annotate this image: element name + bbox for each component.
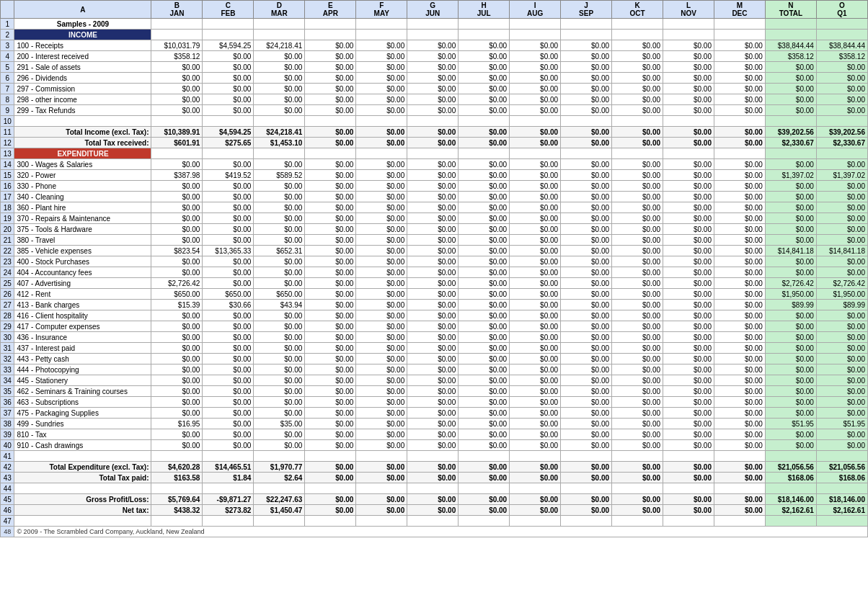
empty-row-10: 10	[1, 116, 868, 127]
col-header-rownum	[1, 1, 14, 19]
table-row: 27 413 - Bank charges $15.39 $30.66 $43.…	[1, 300, 868, 310]
net-tax-row: 46 Net tax: $438.32 $273.82 $1,450.47 $0…	[1, 505, 868, 516]
table-row: 21 380 - Travel $0.00 $0.00 $0.00 $0.00 …	[1, 235, 868, 246]
table-row: 14 300 - Wages & Salaries $0.00 $0.00 $0…	[1, 159, 868, 170]
table-row: 30 436 - Insurance $0.00 $0.00 $0.00 $0.…	[1, 332, 868, 343]
table-row: 6 296 - Dividends $0.00 $0.00 $0.00 $0.0…	[1, 73, 868, 84]
table-row: 19 370 - Repairs & Maintenance $0.00 $0.…	[1, 213, 868, 224]
table-row: 3 100 - Receipts $10,031.79 $4,594.25 $2…	[1, 40, 868, 51]
col-header-g: GJUN	[407, 1, 459, 19]
table-row: 29 417 - Computer expenses $0.00 $0.00 $…	[1, 321, 868, 332]
row-num-1: 1	[1, 19, 14, 30]
table-row: 17 340 - Cleaning $0.00 $0.00 $0.00 $0.0…	[1, 192, 868, 202]
col-header-l: LNOV	[663, 1, 714, 19]
table-row: 35 462 - Seminars & Training courses $0.…	[1, 386, 868, 397]
table-row: 4 200 - Interest received $358.12 $0.00 …	[1, 51, 868, 62]
total-tax-received-row: 12 Total Tax received: $601.91 $275.65 $…	[1, 138, 868, 148]
col-header-k: KOCT	[612, 1, 663, 19]
col-header-d: DMAR	[254, 1, 305, 19]
total-income-row: 11 Total Income (excl. Tax): $10,389.91 …	[1, 127, 868, 138]
col-header-n: NTOTAL	[765, 1, 816, 19]
empty-row-44: 44	[1, 483, 868, 494]
footer-text: © 2009 - The Scrambled Card Company, Auc…	[14, 527, 868, 537]
col-header-c: CFEB	[203, 1, 254, 19]
table-row: 39 810 - Tax $0.00 $0.00 $0.00 $0.00 $0.…	[1, 429, 868, 440]
table-row: 8 298 - other income $0.00 $0.00 $0.00 $…	[1, 94, 868, 105]
spreadsheet: A BJAN CFEB DMAR EAPR FMAY GJUN HJUL IAU…	[0, 0, 868, 537]
table-row: 31 437 - Interest paid $0.00 $0.00 $0.00…	[1, 343, 868, 354]
table-row: 18 360 - Plant hire $0.00 $0.00 $0.00 $0…	[1, 202, 868, 213]
footer-row: 48 © 2009 - The Scrambled Card Company, …	[1, 527, 868, 537]
table-row: 9 299 - Tax Refunds $0.00 $0.00 $0.00 $0…	[1, 105, 868, 116]
col-header-f: FMAY	[356, 1, 407, 19]
table-row: 7 297 - Commission $0.00 $0.00 $0.00 $0.…	[1, 84, 868, 94]
table-row: 36 463 - Subscriptions $0.00 $0.00 $0.00…	[1, 397, 868, 408]
expenditure-header-row: 13 EXPENDITURE	[1, 148, 868, 159]
table-row: 25 407 - Advertising $2,726.42 $0.00 $0.…	[1, 278, 868, 289]
table-row: 40 910 - Cash drawings $0.00 $0.00 $0.00…	[1, 440, 868, 451]
table-row: 32 443 - Petty cash $0.00 $0.00 $0.00 $0…	[1, 354, 868, 364]
col-header-h: HJUL	[459, 1, 510, 19]
col-header-i: IAUG	[510, 1, 561, 19]
income-header: INCOME	[14, 30, 151, 40]
table-row: 33 444 - Photocopying $0.00 $0.00 $0.00 …	[1, 364, 868, 375]
total-tax-paid-row: 43 Total Tax paid: $163.58 $1.84 $2.64 $…	[1, 473, 868, 483]
gross-profit-row: 45 Gross Profit/Loss: $5,769.64 -$9,871.…	[1, 494, 868, 505]
table-row: 34 445 - Stationery $0.00 $0.00 $0.00 $0…	[1, 375, 868, 386]
table-row: 22 385 - Vehicle expenses $823.54 $13,36…	[1, 246, 868, 256]
table-row: 26 412 - Rent $650.00 $650.00 $650.00 $0…	[1, 289, 868, 300]
empty-row-47: 47	[1, 516, 868, 527]
title-row: 1 Samples - 2009	[1, 19, 868, 30]
income-header-row: 2 INCOME	[1, 30, 868, 40]
spreadsheet-title: Samples - 2009	[14, 19, 151, 30]
table-row: 24 404 - Accountancy fees $0.00 $0.00 $0…	[1, 267, 868, 278]
col-header-o: OQ1	[816, 1, 867, 19]
col-header-j: JSEP	[561, 1, 612, 19]
total-expenditure-row: 42 Total Expenditure (excl. Tax): $4,620…	[1, 462, 868, 473]
table-row: 5 291 - Sale of assets $0.00 $0.00 $0.00…	[1, 62, 868, 73]
col-header-m: MDEC	[714, 1, 765, 19]
table-row: 15 320 - Power $387.98 $419.52 $589.52 $…	[1, 170, 868, 181]
table-row: 28 416 - Client hospitality $0.00 $0.00 …	[1, 310, 868, 321]
col-header-a: A	[14, 1, 151, 19]
table-row: 20 375 - Tools & Hardware $0.00 $0.00 $0…	[1, 224, 868, 235]
expenditure-header: EXPENDITURE	[14, 148, 151, 159]
row-num-2: 2	[1, 30, 14, 40]
col-header-b: BJAN	[151, 1, 203, 19]
table-row: 38 499 - Sundries $16.95 $0.00 $35.00 $0…	[1, 419, 868, 429]
table-row: 16 330 - Phone $0.00 $0.00 $0.00 $0.00 $…	[1, 181, 868, 192]
table-row: 37 475 - Packaging Supplies $0.00 $0.00 …	[1, 408, 868, 419]
col-header-e: EAPR	[305, 1, 356, 19]
empty-row-41: 41	[1, 451, 868, 462]
table-row: 23 400 - Stock Purchases $0.00 $0.00 $0.…	[1, 256, 868, 267]
